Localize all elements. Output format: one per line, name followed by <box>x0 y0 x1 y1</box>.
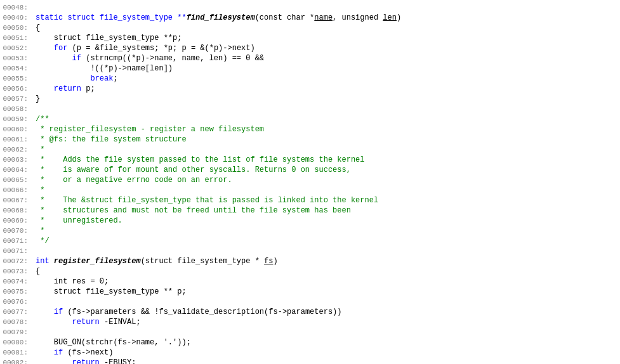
line-content: { <box>33 266 620 276</box>
code-line: 00057:} <box>0 94 620 104</box>
code-container: 00048:00049:static struct file_system_ty… <box>0 0 620 364</box>
code-line: 00073:{ <box>0 266 620 276</box>
line-content: * The &struct file_system_type that is p… <box>33 195 620 205</box>
code-line: 00048: <box>0 3 620 13</box>
line-content: return -EINVAL; <box>33 317 620 327</box>
code-line: 00060: * register_filesystem - register … <box>0 124 620 134</box>
line-number: 00052: <box>0 43 33 53</box>
line-content: return -EBUSY; <box>33 358 620 364</box>
line-content: struct file_system_type **p; <box>33 33 620 43</box>
line-number: 00069: <box>0 216 33 226</box>
line-content: BUG_ON(strchr(fs->name, '.')); <box>33 337 620 348</box>
line-content: if (fs->parameters && !fs_validate_descr… <box>33 307 620 317</box>
code-line: 00071: */ <box>0 236 620 246</box>
line-number: 00074: <box>0 276 33 287</box>
line-number: 00066: <box>0 185 33 195</box>
line-number: 00059: <box>0 114 33 124</box>
line-number: 00080: <box>0 337 33 348</box>
line-content: return p; <box>33 84 620 94</box>
line-number: 00073: <box>0 266 33 276</box>
line-number: 00071: <box>0 246 33 256</box>
line-content: !((*p)->name[len]) <box>33 63 620 74</box>
line-number: 00053: <box>0 53 33 63</box>
code-line: 00066: * <box>0 185 620 195</box>
code-line: 00064: * is aware of for mount and other… <box>0 165 620 175</box>
line-number: 00078: <box>0 317 33 327</box>
code-line: 00065: * or a negative errno code on an … <box>0 175 620 185</box>
line-number: 00051: <box>0 33 33 43</box>
line-content: * unregistered. <box>33 216 620 226</box>
line-number: 00082: <box>0 358 33 364</box>
line-content: * <box>33 185 620 195</box>
line-content: static struct file_system_type **find_fi… <box>33 13 620 23</box>
code-line: 00082: return -EBUSY; <box>0 358 620 364</box>
code-line: 00059:/** <box>0 114 620 124</box>
code-line: 00055: break; <box>0 74 620 84</box>
code-line: 00071: <box>0 246 620 256</box>
code-line: 00053: if (strncmp((*p)->name, name, len… <box>0 53 620 63</box>
code-line: 00052: for (p = &file_systems; *p; p = &… <box>0 43 620 53</box>
code-line: 00081: if (fs->next) <box>0 348 620 358</box>
line-content: * @fs: the file system structure <box>33 134 620 145</box>
line-content: } <box>33 94 620 104</box>
line-number: 00068: <box>0 205 33 216</box>
line-content: * or a negative errno code on an error. <box>33 175 620 185</box>
line-number: 00070: <box>0 226 33 236</box>
code-line: 00050:{ <box>0 23 620 33</box>
line-content: break; <box>33 74 620 84</box>
line-number: 00056: <box>0 84 33 94</box>
line-content: */ <box>33 236 620 246</box>
line-content: { <box>33 23 620 33</box>
line-number: 00061: <box>0 134 33 145</box>
line-number: 00062: <box>0 145 33 155</box>
code-line: 00063: * Adds the file system passed to … <box>0 155 620 165</box>
code-line: 00068: * structures and must not be free… <box>0 205 620 216</box>
code-line: 00074: int res = 0; <box>0 276 620 287</box>
code-line: 00054: !((*p)->name[len]) <box>0 63 620 74</box>
line-number: 00075: <box>0 287 33 297</box>
line-number: 00077: <box>0 307 33 317</box>
line-number: 00055: <box>0 74 33 84</box>
code-line: 00069: * unregistered. <box>0 216 620 226</box>
line-number: 00048: <box>0 3 33 13</box>
line-number: 00049: <box>0 13 33 23</box>
line-content: int res = 0; <box>33 276 620 287</box>
line-number: 00064: <box>0 165 33 175</box>
line-content: /** <box>33 114 620 124</box>
line-content: if (strncmp((*p)->name, name, len) == 0 … <box>33 53 620 63</box>
code-line: 00056: return p; <box>0 84 620 94</box>
line-content: * Adds the file system passed to the lis… <box>33 155 620 165</box>
line-content: if (fs->next) <box>33 348 620 358</box>
line-content: * structures and must not be freed until… <box>33 205 620 216</box>
line-number: 00063: <box>0 155 33 165</box>
code-line: 00079: <box>0 327 620 337</box>
code-line: 00049:static struct file_system_type **f… <box>0 13 620 23</box>
code-line: 00078: return -EINVAL; <box>0 317 620 327</box>
line-number: 00065: <box>0 175 33 185</box>
line-number: 00071: <box>0 236 33 246</box>
line-number: 00050: <box>0 23 33 33</box>
line-content: * register_filesystem - register a new f… <box>33 124 620 134</box>
code-line: 00051: struct file_system_type **p; <box>0 33 620 43</box>
code-line: 00067: * The &struct file_system_type th… <box>0 195 620 205</box>
code-line: 00077: if (fs->parameters && !fs_validat… <box>0 307 620 317</box>
line-content: for (p = &file_systems; *p; p = &(*p)->n… <box>33 43 620 53</box>
line-number: 00072: <box>0 256 33 266</box>
code-line: 00070: * <box>0 226 620 236</box>
line-number: 00067: <box>0 195 33 205</box>
line-number: 00054: <box>0 63 33 74</box>
code-line: 00075: struct file_system_type ** p; <box>0 287 620 297</box>
code-line: 00072:int register_filesystem(struct fil… <box>0 256 620 266</box>
line-number: 00079: <box>0 327 33 337</box>
code-line: 00080: BUG_ON(strchr(fs->name, '.')); <box>0 337 620 348</box>
line-number: 00057: <box>0 94 33 104</box>
line-content: * is aware of for mount and other syscal… <box>33 165 620 175</box>
line-number: 00076: <box>0 297 33 307</box>
code-line: 00058: <box>0 104 620 114</box>
line-content: * <box>33 226 620 236</box>
line-number: 00060: <box>0 124 33 134</box>
code-line: 00062: * <box>0 145 620 155</box>
line-content: int register_filesystem(struct file_syst… <box>33 256 620 266</box>
line-number: 00058: <box>0 104 33 114</box>
line-content: struct file_system_type ** p; <box>33 287 620 297</box>
